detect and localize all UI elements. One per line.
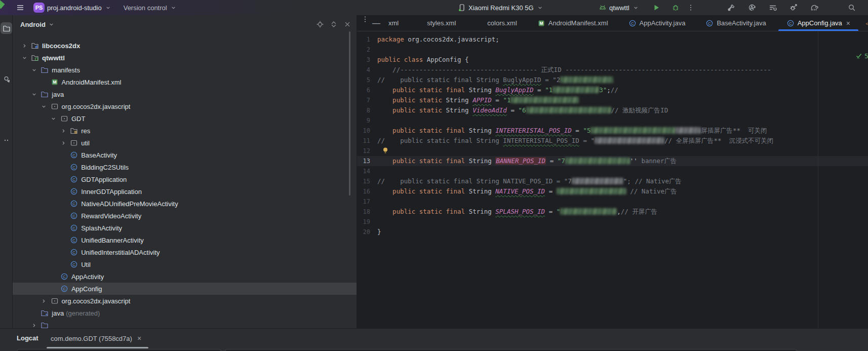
- chevron-right-icon[interactable]: [20, 42, 28, 50]
- package-icon: [60, 114, 68, 123]
- class-icon: C: [60, 272, 68, 281]
- gradle-sync-icon: [810, 4, 818, 12]
- code-line-content: public class AppConfig {: [377, 55, 868, 65]
- tree-item-org-cocos2dx-javascript[interactable]: org.cocos2dx.javascript: [13, 295, 357, 307]
- redacted-value: [565, 158, 630, 164]
- locate-button[interactable]: [316, 20, 324, 28]
- line-number: 3: [357, 55, 370, 65]
- code-token: String: [469, 127, 496, 134]
- run-button[interactable]: [650, 0, 662, 15]
- build-button[interactable]: [725, 0, 737, 15]
- tree-item-label: UnifiedBannerActivity: [81, 237, 144, 244]
- project-scrollbar[interactable]: [349, 31, 350, 196]
- code-token: BANNER_POS_ID: [495, 157, 546, 165]
- tree-item-baseactivity[interactable]: CBaseActivity: [13, 149, 357, 161]
- chevron-down-icon[interactable]: [20, 54, 28, 62]
- tab-baseactivity-java[interactable]: CBaseActivity.java: [695, 15, 776, 31]
- code-token: // public static final String NATIVE_POS…: [377, 177, 572, 185]
- tree-item-manifests[interactable]: manifests: [13, 64, 357, 76]
- tree-item-gdtapplication[interactable]: CGDTApplication: [13, 173, 357, 185]
- tab-appactivity-java[interactable]: CAppActivity.java: [618, 15, 696, 31]
- tree-item-qtwwttl[interactable]: qtwwttl: [13, 52, 357, 64]
- tree-item-rewardvideoactivity[interactable]: CRewardVideoActivity: [13, 210, 357, 222]
- chevron-right-icon[interactable]: [30, 321, 38, 328]
- tab-xml[interactable]: xml: [383, 15, 406, 31]
- line-number: 14: [357, 166, 370, 176]
- project-folder-button[interactable]: [1, 22, 12, 34]
- commit-button[interactable]: [1, 73, 12, 85]
- logcat-device-field[interactable]: [17, 349, 221, 351]
- tree-item-appactivity[interactable]: CAppActivity: [13, 270, 357, 283]
- close-button[interactable]: [343, 20, 351, 28]
- build-variants-button[interactable]: [767, 0, 779, 15]
- chevron-down-icon[interactable]: [30, 66, 38, 74]
- logcat-filter-field[interactable]: [225, 349, 797, 351]
- tree-item-appconfig[interactable]: CAppConfig: [13, 283, 357, 295]
- code-editor[interactable]: 1package org.cocos2dx.javascript;23publi…: [357, 31, 868, 328]
- chevron-down-icon[interactable]: [50, 114, 58, 123]
- gradle-sync-button[interactable]: [808, 0, 820, 15]
- panel-options-icon[interactable]: [361, 15, 369, 23]
- search-button[interactable]: [846, 0, 858, 15]
- tree-item-util[interactable]: CUtil: [13, 258, 357, 270]
- tab-colors-xml[interactable]: colors.xml: [466, 15, 527, 31]
- chevron-right-icon[interactable]: [59, 139, 67, 147]
- chevron-right-icon[interactable]: [40, 297, 48, 305]
- panel-hide-icon[interactable]: —: [372, 15, 380, 31]
- tree-item-org-cocos2dx-javascript[interactable]: org.cocos2dx.javascript: [13, 100, 357, 112]
- project-view-selector[interactable]: Android: [20, 20, 56, 28]
- xml-file-icon: [416, 19, 424, 27]
- code-token: BuglyAppID: [495, 86, 533, 94]
- tree-item-util[interactable]: util: [13, 137, 357, 149]
- close-icon[interactable]: ×: [846, 19, 850, 27]
- code-token: BuglyAppID: [503, 76, 541, 84]
- logcat-tab[interactable]: com.demo.GDT (7558cd7a) ×: [51, 334, 141, 342]
- tree-item-suffix: (generated): [66, 309, 100, 317]
- chevron-spacer: [59, 175, 67, 183]
- run-configuration-selector[interactable]: qtwwttl: [597, 0, 642, 15]
- debug-button[interactable]: [669, 0, 682, 15]
- tree-item-biddingc2sutils[interactable]: CBiddingC2SUtils: [13, 161, 357, 173]
- tree-item-gdt[interactable]: GDT: [13, 112, 357, 125]
- chevron-down-icon[interactable]: [30, 90, 38, 98]
- main-menu-button[interactable]: [14, 0, 26, 15]
- logcat-title[interactable]: Logcat: [17, 334, 38, 342]
- tab-androidmanifest-xml[interactable]: MAndroidManifest.xml: [527, 15, 618, 31]
- more-dots-button[interactable]: [1, 134, 12, 146]
- tree-item-label: AppActivity: [71, 273, 104, 281]
- active-tab-underline: [778, 29, 858, 31]
- tree-item-androidmanifest-xml[interactable]: MAndroidManifest.xml: [13, 76, 357, 88]
- collapse-all-button[interactable]: [330, 20, 338, 28]
- tree-item-res[interactable]: res: [13, 125, 357, 137]
- tree-item-unifiedbanneractivity[interactable]: CUnifiedBannerActivity: [13, 234, 357, 246]
- code-token: =: [545, 208, 557, 215]
- tree-item-unifiedinterstitialadactivity[interactable]: CUnifiedInterstitialADActivity: [13, 246, 357, 258]
- intention-bulb-icon[interactable]: [381, 146, 389, 154]
- code-token: [377, 96, 392, 104]
- tab-styles-xml[interactable]: styles.xml: [406, 15, 466, 31]
- tree-item-nativeadunifiedpremovieactivity[interactable]: CNativeADUnifiedPreMovieActivity: [13, 198, 357, 210]
- more-run-options-button[interactable]: [685, 0, 697, 15]
- project-widget[interactable]: PS proj.android-studio: [31, 0, 114, 15]
- find-action-button[interactable]: [746, 0, 758, 15]
- find-action-icon: [748, 4, 756, 12]
- code-token: [377, 187, 392, 195]
- tree-item-splashactivity[interactable]: CSplashActivity: [13, 222, 357, 234]
- line-number: 20: [357, 227, 370, 237]
- tree-item-java[interactable]: *java(generated): [13, 307, 357, 319]
- code-token: banner广告: [638, 157, 677, 165]
- chevron-down-icon[interactable]: [40, 102, 48, 110]
- tab-appconfig-java[interactable]: CAppConfig.java×: [776, 15, 860, 31]
- tree-item-java[interactable]: java: [13, 88, 357, 100]
- tree-item-innergdtapplication[interactable]: CInnerGDTApplication: [13, 185, 357, 198]
- close-icon[interactable]: ×: [137, 334, 141, 342]
- tree-item-libcocos2dx[interactable]: libcocos2dx: [13, 40, 357, 52]
- tree-item-label: InnerGDTApplication: [81, 188, 142, 196]
- tree-item-partial[interactable]: [13, 319, 357, 328]
- version-control-button[interactable]: Version control: [122, 0, 180, 15]
- chevron-right-icon[interactable]: [59, 127, 67, 135]
- inspections-widget[interactable]: 5: [855, 52, 868, 60]
- profiler-button[interactable]: [787, 0, 800, 15]
- svg-text:C: C: [63, 287, 66, 291]
- device-selector[interactable]: Xiaomi Redmi K30 5G: [456, 0, 546, 15]
